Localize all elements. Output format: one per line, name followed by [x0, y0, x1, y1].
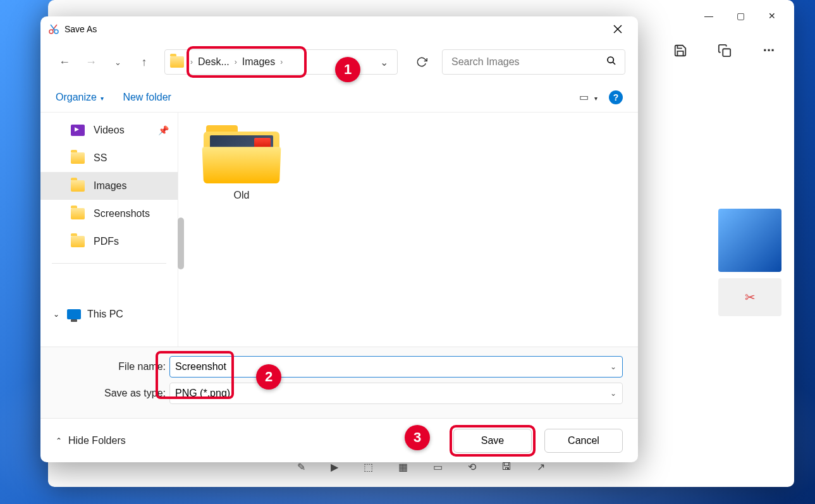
chevron-down-icon[interactable]: ⌄: [610, 362, 616, 371]
monitor-icon: [67, 309, 81, 319]
sidebar-item-images[interactable]: Images: [40, 172, 178, 200]
tool-icon[interactable]: ▭: [433, 461, 443, 473]
sidebar-item-label: This PC: [87, 309, 123, 320]
file-type-label: Save as type:: [56, 388, 169, 399]
folder-item-old[interactable]: Old: [197, 125, 286, 201]
tool-icon[interactable]: ▦: [398, 461, 408, 473]
folder-icon: [71, 236, 85, 247]
save-button[interactable]: Save: [453, 429, 532, 453]
chevron-down-icon[interactable]: ⌄: [610, 389, 616, 398]
sidebar-item-label: Videos: [94, 125, 125, 136]
view-options[interactable]: ▭ ▾: [579, 91, 597, 103]
refresh-button[interactable]: [410, 51, 433, 73]
sidebar-this-pc[interactable]: ⌄ This PC: [40, 301, 178, 328]
chevron-down-icon: ⌄: [53, 310, 59, 319]
sidebar-item-label: Images: [94, 180, 126, 192]
search-icon: [606, 56, 616, 68]
dialog-title: Save As: [64, 24, 605, 34]
file-section: File name: ⌄ Save as type: PNG (*.png) ⌄: [40, 347, 638, 418]
snipping-tool-icon: [48, 23, 59, 35]
file-type-select[interactable]: PNG (*.png): [169, 383, 623, 404]
toolbar: Organize ▾ New folder ▭ ▾ ?: [40, 82, 638, 113]
svg-rect-0: [723, 49, 730, 56]
sidebar-item-label: PDFs: [94, 236, 119, 247]
dialog-footer: ⌃ Hide Folders Save Cancel: [40, 418, 638, 462]
organize-menu[interactable]: Organize ▾: [56, 92, 104, 103]
new-folder-button[interactable]: New folder: [123, 92, 171, 103]
dialog-body: Videos 📌 SS Images Screenshots PDFs: [40, 113, 638, 347]
recent-dropdown[interactable]: ⌄: [106, 51, 129, 73]
maximize-button[interactable]: ▢: [725, 3, 756, 28]
thumbnail: [718, 209, 781, 272]
address-bar[interactable]: › Desk... › Images › ⌄: [164, 49, 398, 75]
sidebar: Videos 📌 SS Images Screenshots PDFs: [40, 113, 178, 347]
navigation-row: ← → ⌄ ↑ › Desk... › Images › ⌄: [40, 42, 638, 82]
help-button[interactable]: ?: [609, 90, 623, 104]
sidebar-item-videos[interactable]: Videos 📌: [40, 116, 178, 144]
close-button[interactable]: ✕: [756, 3, 788, 28]
tool-icon[interactable]: ↗: [537, 461, 545, 473]
address-dropdown[interactable]: ⌄: [376, 56, 392, 68]
save-icon[interactable]: [668, 38, 693, 63]
chevron-up-icon: ⌃: [56, 436, 62, 445]
file-name-input[interactable]: [169, 356, 623, 378]
sidebar-item-screenshots[interactable]: Screenshots: [40, 200, 178, 228]
file-pane[interactable]: Old: [178, 113, 638, 347]
sidebar-item-label: SS: [94, 152, 107, 164]
more-icon[interactable]: ···: [756, 38, 781, 63]
thumbnail: ✂: [718, 278, 781, 316]
videos-icon: [71, 125, 85, 136]
tool-icon[interactable]: 🖫: [501, 461, 512, 472]
breadcrumb-segment[interactable]: Desk...: [193, 54, 235, 70]
parent-content: ✂: [718, 114, 794, 316]
hide-folders-button[interactable]: ⌃ Hide Folders: [56, 435, 126, 446]
dialog-titlebar: Save As: [40, 16, 638, 42]
minimize-button[interactable]: —: [693, 3, 725, 28]
copy-icon[interactable]: [712, 38, 737, 63]
sidebar-item-ss[interactable]: SS: [40, 144, 178, 172]
svg-line-8: [613, 62, 615, 65]
sidebar-item-label: Screenshots: [94, 208, 150, 219]
up-button[interactable]: ↑: [133, 51, 156, 73]
save-as-dialog: Save As ← → ⌄ ↑ › Desk... › Images › ⌄: [40, 16, 638, 462]
forward-button[interactable]: →: [80, 51, 102, 73]
annotation-highlight: Save: [450, 425, 536, 457]
pin-icon: 📌: [158, 125, 169, 135]
breadcrumb-segment[interactable]: Images: [237, 54, 280, 70]
svg-point-7: [608, 57, 613, 63]
folder-icon: [204, 125, 279, 183]
tool-icon[interactable]: ⟲: [468, 461, 476, 473]
chevron-right-icon: ›: [280, 58, 283, 66]
close-button[interactable]: [605, 18, 630, 40]
tool-icon[interactable]: ⬚: [364, 461, 373, 473]
file-name-label: File name:: [56, 361, 169, 372]
cancel-button[interactable]: Cancel: [544, 429, 623, 453]
search-input[interactable]: [442, 49, 625, 75]
back-button[interactable]: ←: [53, 51, 76, 73]
tool-icon[interactable]: ▶: [331, 461, 338, 473]
tool-icon[interactable]: ✎: [297, 461, 305, 473]
folder-icon: [71, 152, 85, 164]
folder-icon: [71, 180, 85, 192]
sidebar-item-pdfs[interactable]: PDFs: [40, 228, 178, 255]
folder-icon: [71, 208, 85, 219]
folder-icon: [170, 56, 184, 68]
folder-label: Old: [197, 190, 286, 201]
divider: [52, 263, 166, 264]
